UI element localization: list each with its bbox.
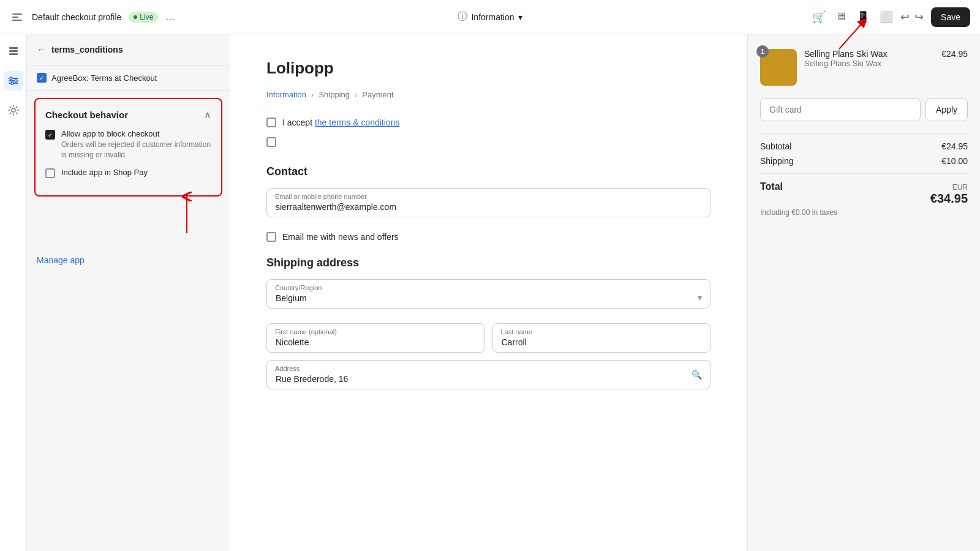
topbar-left: Default checkout profile Live ... — [10, 10, 175, 24]
sidebar-back-icon[interactable]: ← — [37, 44, 47, 55]
cart-icon[interactable]: 🛒 — [812, 10, 826, 24]
breadcrumb-sep-2: › — [355, 90, 357, 99]
icon-bar — [0, 34, 27, 551]
sidebar-title: terms_conditions — [51, 45, 123, 54]
subtotal-label: Subtotal — [760, 141, 791, 151]
breadcrumb-information[interactable]: Information — [266, 90, 306, 99]
subtotal-row: Subtotal €24.95 — [760, 141, 968, 151]
agree-checkbox[interactable] — [37, 73, 47, 83]
shop-pay-checkbox[interactable] — [45, 168, 55, 178]
terms-row: I accept the terms & conditions — [266, 118, 710, 127]
icon-bar-gear[interactable] — [4, 100, 23, 120]
main-layout: ← terms_conditions AgreeBox: Terms at Ch… — [0, 34, 980, 551]
svg-rect-5 — [9, 53, 18, 55]
topbar: Default checkout profile Live ... ⓘ Info… — [0, 0, 980, 34]
icon-bar-settings[interactable] — [4, 71, 23, 91]
behavior-title: Checkout behavior — [45, 110, 128, 120]
svg-rect-2 — [12, 20, 22, 21]
chevron-down-icon: ▾ — [518, 12, 522, 22]
manage-app-section: Manage app — [27, 246, 230, 275]
product-row: 1 Selling Plans Ski Wax Selling Plans Sk… — [760, 49, 968, 86]
country-select-wrapper: Country/Region ▾ — [266, 279, 710, 316]
undo-icon[interactable]: ↩ — [900, 10, 910, 24]
live-label: Live — [140, 13, 153, 21]
save-button[interactable]: Save — [931, 7, 970, 27]
behavior-box: Checkout behavior ∧ Allow app to block c… — [34, 98, 222, 197]
address-search-icon: 🔍 — [692, 370, 702, 380]
allow-block-checkbox[interactable] — [45, 130, 55, 140]
apply-button[interactable]: Apply — [925, 98, 968, 121]
terms-text: I accept the terms & conditions — [282, 118, 399, 127]
address-wrapper: Address 🔍 — [266, 360, 710, 389]
breadcrumb: Information › Shipping › Payment — [266, 90, 710, 99]
profile-title: Default checkout profile — [32, 12, 121, 22]
svg-point-11 — [11, 82, 13, 84]
sidebar-sub-label: AgreeBox: Terms at Checkout — [51, 73, 157, 83]
mobile-icon[interactable]: 📱 — [856, 10, 870, 24]
info-icon: ⓘ — [458, 10, 467, 23]
last-name-wrapper: Last name — [492, 323, 711, 353]
divider-2 — [760, 173, 968, 174]
email-offers-checkbox[interactable] — [266, 232, 276, 242]
subtotal-value: €24.95 — [941, 141, 968, 151]
shop-pay-item: Include app in Shop Pay — [45, 168, 211, 178]
first-name-input[interactable] — [266, 323, 485, 353]
desktop-icon[interactable]: 🖥 — [835, 10, 846, 23]
svg-rect-4 — [9, 50, 18, 52]
tablet-icon[interactable]: ⬜ — [880, 10, 893, 24]
last-name-input[interactable] — [492, 323, 711, 353]
terms-label: I accept — [282, 118, 315, 127]
product-image-wrapper: 1 — [760, 49, 797, 86]
product-price: €24.95 — [941, 49, 968, 59]
total-currency: EUR — [952, 183, 968, 192]
icon-bar-layers[interactable] — [4, 42, 23, 61]
behavior-header: Checkout behavior ∧ — [45, 109, 211, 121]
allow-block-desc: Orders will be rejected if customer info… — [61, 140, 211, 160]
total-right: EUR €34.95 — [930, 183, 968, 206]
second-checkbox[interactable] — [266, 137, 276, 147]
terms-link[interactable]: the terms & conditions — [315, 118, 400, 127]
email-offers-label: Email me with news and offers — [282, 232, 399, 242]
country-input[interactable] — [266, 279, 710, 309]
contact-title: Contact — [266, 165, 710, 178]
shipping-row: Shipping €10.00 — [760, 156, 968, 166]
shipping-title: Shipping address — [266, 257, 710, 269]
tax-note: Including €0.00 in taxes — [760, 208, 968, 217]
collapse-button[interactable]: ∧ — [204, 109, 211, 121]
terms-checkbox[interactable] — [266, 118, 276, 127]
left-panel: ← terms_conditions AgreeBox: Terms at Ch… — [0, 34, 230, 551]
topbar-icons: 🛒 🖥 📱 ⬜ — [812, 10, 893, 24]
shipping-value: €10.00 — [941, 156, 968, 166]
svg-rect-1 — [12, 17, 18, 18]
redo-icon[interactable]: ↪ — [914, 10, 924, 24]
info-label: Information — [471, 12, 514, 22]
live-badge: Live — [129, 12, 158, 23]
breadcrumb-shipping[interactable]: Shipping — [318, 90, 350, 99]
manage-app-link[interactable]: Manage app — [37, 255, 85, 265]
breadcrumb-payment[interactable]: Payment — [362, 90, 393, 99]
address-input[interactable] — [266, 360, 710, 389]
total-row: Total EUR €34.95 — [760, 181, 968, 206]
allow-block-item: Allow app to block checkout Orders will … — [45, 129, 211, 160]
svg-point-12 — [12, 108, 15, 112]
product-name: Selling Plans Ski Wax — [804, 49, 934, 59]
order-summary: 1 Selling Plans Ski Wax Selling Plans Sk… — [747, 34, 980, 551]
email-wrapper: Email or mobile phone number — [266, 188, 710, 225]
shipping-label: Shipping — [760, 156, 794, 166]
second-checkbox-row — [266, 137, 710, 147]
first-name-wrapper: First name (optional) — [266, 323, 485, 353]
gift-card-input[interactable] — [760, 98, 921, 121]
svg-point-9 — [10, 77, 12, 80]
product-badge: 1 — [756, 45, 769, 58]
checkout-area: Lolipopp Information › Shipping › Paymen… — [230, 34, 747, 551]
sidebar-inner: ← terms_conditions AgreeBox: Terms at Ch… — [27, 34, 230, 551]
total-label: Total — [760, 181, 783, 192]
topbar-center: ⓘ Information ▾ — [458, 10, 522, 23]
more-button[interactable]: ... — [165, 10, 175, 23]
gift-card-row: Apply — [760, 98, 968, 121]
checkout-brand: Lolipopp — [266, 59, 710, 78]
email-input[interactable] — [266, 188, 710, 217]
product-sub: Selling Plans Ski Wax — [804, 59, 934, 68]
email-offers-row: Email me with news and offers — [266, 232, 710, 242]
back-icon[interactable] — [10, 10, 24, 24]
